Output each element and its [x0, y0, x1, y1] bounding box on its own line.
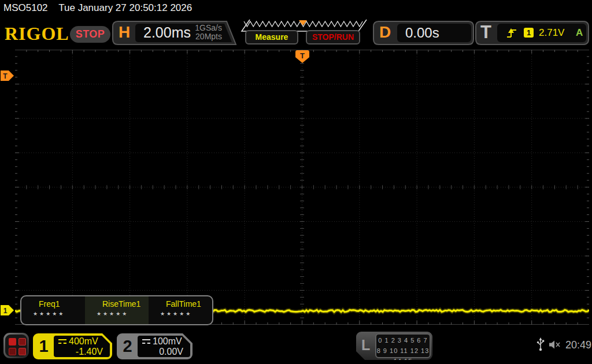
- oscilloscope-screen: MSO5102 Tue January 27 20:50:12 2026 RIG…: [0, 0, 592, 364]
- trigger-block[interactable]: T 1 2.71V A: [475, 21, 590, 45]
- rigol-logo: RIGOL: [5, 23, 69, 44]
- channel2-badge[interactable]: 2 100mV 0.00V: [117, 333, 193, 359]
- model-name: MSO5102: [3, 2, 48, 13]
- measurement-value: ★★★★★: [21, 311, 85, 317]
- memory-depth: 20Mpts: [195, 32, 222, 41]
- menu-grid-button[interactable]: [3, 333, 29, 358]
- logic-channel-list: 0 1 2 3 4 5 6 7 8 9 10 11 12 13 14 15: [375, 333, 431, 358]
- sample-rate-memory: 1GSa/s 20Mpts: [195, 24, 222, 41]
- ch1-ground-letter: 1: [3, 307, 8, 315]
- trigger-sweep-mode: A: [576, 27, 583, 39]
- measure-button[interactable]: Measure: [245, 30, 298, 44]
- trigger-label: T: [480, 22, 491, 43]
- logic-row2: 8 9 10 11 12 13 14 15: [376, 346, 430, 364]
- measurement-value: ★★★★★: [85, 311, 149, 317]
- channel2-number: 2: [117, 333, 138, 359]
- datetime-text: Tue January 27 20:50:12 2026: [58, 2, 192, 13]
- trigger-position-letter: T: [300, 51, 305, 60]
- logic-channels-badge[interactable]: L 0 1 2 3 4 5 6 7 8 9 10 11 12 13 14 15: [356, 332, 432, 360]
- delay-value: 0.00s: [405, 25, 439, 41]
- measurement-value: ★★★★★: [149, 311, 212, 317]
- top-status-bar: MSO5102 Tue January 27 20:50:12 2026: [0, 0, 592, 17]
- clock-text: 20:49: [565, 339, 591, 351]
- menu-grid-icon: [5, 335, 27, 356]
- delay-block[interactable]: D 0.00s: [373, 21, 475, 45]
- measurement-label: Freq1: [21, 299, 85, 309]
- measurement-item-risetime1[interactable]: RiseTime1 ★★★★★: [85, 296, 149, 324]
- logic-row1: 0 1 2 3 4 5 6 7: [376, 335, 430, 346]
- dc-coupling-icon: [58, 339, 66, 344]
- usb-icon: [536, 337, 545, 351]
- trigger-position-marker[interactable]: T: [294, 50, 310, 64]
- channel1-settings: 400mV -1.40V: [54, 336, 110, 357]
- sample-rate: 1GSa/s: [195, 24, 222, 32]
- horizontal-settings-block[interactable]: H 2.00ms 1GSa/s 20Mpts: [112, 21, 243, 45]
- horizontal-label: H: [119, 23, 130, 42]
- measurement-item-falltime1[interactable]: FallTime1 ★★★★★: [149, 296, 212, 324]
- stop-run-button[interactable]: STOP/RUN: [306, 30, 360, 44]
- channel2-settings: 100mV 0.00V: [138, 336, 190, 357]
- measurement-label: FallTime1: [149, 299, 212, 309]
- delay-label: D: [379, 23, 391, 42]
- channel2-scale: 100mV: [153, 336, 182, 346]
- dc-coupling-icon: [142, 339, 150, 344]
- channel2-offset: 0.00V: [138, 347, 190, 357]
- channel1-badge[interactable]: 1 400mV -1.40V: [33, 333, 112, 359]
- measurement-label: RiseTime1: [85, 299, 149, 309]
- channel1-offset: -1.40V: [54, 347, 110, 357]
- rising-edge-icon: [505, 27, 518, 39]
- ch1-ground-marker[interactable]: 1: [0, 304, 15, 316]
- channel1-scale: 400mV: [69, 336, 98, 346]
- measurement-panel: Freq1 ★★★★★ RiseTime1 ★★★★★ FallTime1 ★★…: [20, 295, 213, 325]
- speaker-muted-icon: [548, 340, 562, 350]
- timebase-value: 2.00ms: [143, 24, 191, 41]
- trigger-source-badge: 1: [524, 28, 534, 38]
- logic-label: L: [361, 337, 370, 354]
- trigger-level-letter: T: [3, 72, 8, 80]
- channel1-number: 1: [33, 333, 54, 359]
- measurement-item-freq1[interactable]: Freq1 ★★★★★: [21, 296, 85, 324]
- graticule: [15, 50, 589, 325]
- trigger-level-value: 2.71V: [539, 27, 564, 39]
- trigger-level-marker[interactable]: T: [0, 70, 15, 81]
- acquisition-status-badge: STOP: [70, 26, 110, 43]
